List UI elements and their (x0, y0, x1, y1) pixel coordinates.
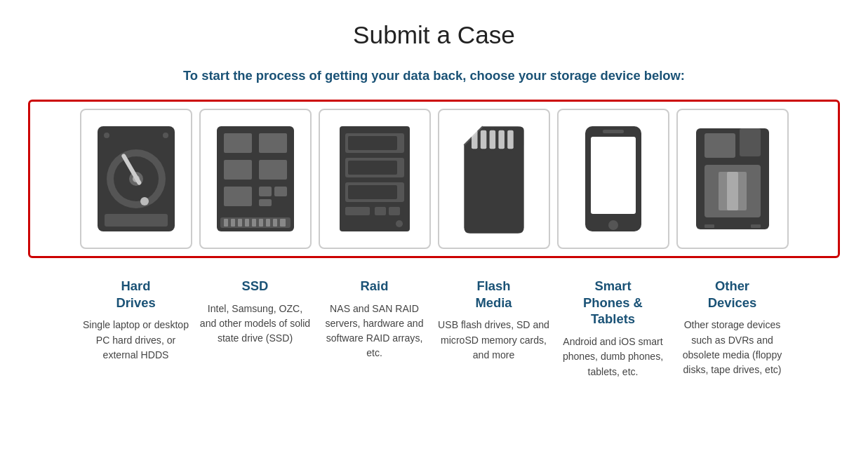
svg-rect-25 (259, 219, 263, 227)
device-card-ssd[interactable] (199, 109, 312, 249)
device-labels-grid: HardDrives Single laptop or desktop PC h… (28, 278, 840, 379)
svg-rect-15 (224, 187, 252, 206)
device-card-smart-phones[interactable] (557, 109, 669, 249)
svg-rect-44 (507, 130, 514, 149)
svg-rect-7 (105, 214, 168, 227)
label-col-flash-media: FlashMedia USB flash drives, SD and micr… (438, 278, 550, 379)
floppy-disk-icon (690, 123, 775, 235)
svg-rect-20 (224, 219, 228, 227)
raid-desc: NAS and SAN RAID servers, hardware and s… (319, 302, 431, 360)
svg-point-9 (163, 133, 168, 138)
device-icon-grid (28, 100, 840, 258)
other-devices-title: OtherDevices (676, 278, 789, 311)
label-col-ssd: SSD Intel, Samsung, OZC, and other model… (199, 278, 312, 379)
svg-rect-28 (280, 219, 286, 227)
svg-point-8 (104, 133, 109, 138)
svg-rect-22 (238, 219, 242, 227)
svg-rect-26 (266, 219, 270, 227)
svg-rect-37 (375, 207, 386, 215)
device-card-raid[interactable] (319, 109, 431, 249)
svg-rect-11 (224, 133, 252, 153)
device-card-other-devices[interactable] (676, 109, 789, 249)
svg-rect-55 (705, 224, 714, 228)
smart-phone-icon (571, 123, 655, 235)
ssd-title: SSD (199, 278, 312, 295)
svg-rect-13 (224, 160, 252, 180)
label-col-other-devices: OtherDevices Other storage devices such … (676, 278, 789, 379)
raid-title: Raid (319, 278, 431, 295)
page-subtitle: To start the process of getting your dat… (28, 66, 840, 86)
device-card-hard-drives[interactable] (80, 109, 192, 249)
svg-rect-31 (348, 136, 397, 150)
svg-rect-56 (751, 224, 761, 228)
hard-drives-title: HardDrives (80, 278, 192, 311)
svg-rect-23 (245, 219, 249, 227)
svg-rect-53 (740, 128, 761, 156)
svg-rect-14 (259, 160, 287, 180)
hard-drives-desc: Single laptop or desktop PC hard drives,… (80, 318, 192, 362)
device-card-flash-media[interactable] (438, 109, 550, 249)
svg-point-47 (608, 220, 618, 230)
smart-phones-title: SmartPhones &Tablets (557, 278, 669, 328)
svg-rect-38 (389, 207, 400, 215)
smart-phones-desc: Android and iOS smart phones, dumb phone… (557, 335, 669, 379)
svg-rect-16 (259, 187, 272, 196)
svg-rect-54 (705, 133, 735, 158)
svg-rect-24 (252, 219, 256, 227)
ssd-desc: Intel, Samsung, OZC, and other models of… (199, 302, 312, 346)
label-col-raid: Raid NAS and SAN RAID servers, hardware … (319, 278, 431, 379)
svg-rect-33 (348, 161, 397, 175)
svg-rect-42 (489, 130, 495, 149)
svg-rect-36 (345, 207, 370, 215)
flash-media-title: FlashMedia (438, 278, 550, 311)
svg-rect-17 (274, 187, 287, 196)
svg-rect-18 (259, 199, 272, 206)
svg-rect-12 (259, 133, 287, 153)
svg-rect-35 (348, 185, 397, 199)
svg-rect-48 (603, 130, 624, 133)
svg-rect-41 (480, 130, 486, 149)
svg-rect-46 (591, 137, 636, 214)
hard-drive-icon (94, 123, 178, 235)
flash-media-icon (452, 123, 536, 235)
svg-point-6 (140, 197, 149, 205)
svg-rect-40 (472, 130, 478, 149)
other-devices-desc: Other storage devices such as DVRs and o… (676, 318, 789, 377)
ssd-icon (213, 123, 298, 235)
raid-icon (333, 123, 417, 235)
svg-rect-27 (273, 219, 277, 227)
svg-rect-52 (727, 172, 738, 210)
svg-point-39 (396, 220, 403, 227)
svg-rect-21 (231, 219, 235, 227)
flash-media-desc: USB flash drives, SD and microSD memory … (438, 318, 550, 362)
page-title: Submit a Case (28, 21, 840, 49)
svg-rect-43 (498, 130, 505, 149)
label-col-smart-phones: SmartPhones &Tablets Android and iOS sma… (557, 278, 669, 379)
label-col-hard-drives: HardDrives Single laptop or desktop PC h… (80, 278, 192, 379)
